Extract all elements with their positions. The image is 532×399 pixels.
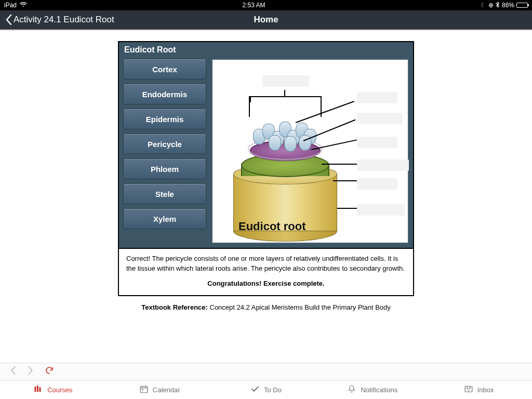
calendar-icon (139, 384, 149, 395)
nav-forward-icon[interactable] (27, 366, 34, 378)
tab-inbox-label: Inbox (477, 386, 494, 394)
term-endodermis[interactable]: Endodermis (123, 84, 206, 104)
tab-bar: Courses Calendar To Do Notifications Inb… (0, 380, 532, 399)
feedback-text: Correct! The pericycle consists of one o… (126, 254, 406, 274)
tab-courses[interactable]: Courses (0, 381, 107, 399)
diagram-area[interactable]: Eudicot root (211, 59, 409, 244)
xylem-cluster (253, 119, 317, 151)
drop-target-6[interactable] (357, 204, 405, 216)
term-xylem[interactable]: Xylem (123, 208, 206, 229)
webview-toolbar (0, 363, 532, 380)
tab-notifications[interactable]: Notifications (319, 381, 425, 399)
activity-panel: Eudicot Root Cortex Endodermis Epidermis… (118, 41, 414, 249)
term-list: Cortex Endodermis Epidermis Pericycle Ph… (123, 59, 206, 244)
term-phloem[interactable]: Phloem (123, 158, 206, 179)
tab-calendar-label: Calendar (153, 386, 180, 394)
tab-notifications-label: Notifications (361, 386, 397, 394)
main-content: Eudicot Root Cortex Endodermis Epidermis… (0, 31, 532, 311)
courses-icon (34, 384, 43, 395)
diagram-caption: Eudicot root (238, 220, 306, 233)
term-cortex[interactable]: Cortex (123, 59, 206, 79)
drop-target-5[interactable] (357, 178, 397, 190)
bell-icon (347, 384, 356, 395)
battery-icon (516, 3, 528, 8)
app-nav-bar: Activity 24.1 Eudicot Root Home (0, 10, 532, 30)
bluetooth-icon (496, 2, 500, 9)
tab-todo-label: To Do (264, 386, 282, 394)
moon-icon: ☾ (481, 2, 486, 9)
ios-status-bar: iPad 2:53 AM ☾ ⊕ 86% (0, 0, 532, 10)
svg-rect-1 (37, 385, 38, 392)
drop-target-4[interactable] (357, 159, 409, 171)
drop-target-2[interactable] (357, 113, 403, 124)
term-epidermis[interactable]: Epidermis (123, 109, 206, 129)
wifi-icon (20, 2, 27, 9)
svg-rect-2 (39, 387, 41, 392)
feedback-box: Correct! The pericycle consists of one o… (118, 249, 414, 296)
drop-target-3[interactable] (357, 137, 397, 148)
tab-calendar[interactable]: Calendar (107, 381, 213, 399)
bracket-icon (249, 96, 322, 117)
tab-todo[interactable]: To Do (213, 381, 320, 399)
inbox-icon (464, 384, 473, 395)
tab-inbox[interactable]: Inbox (425, 381, 532, 399)
drop-target-stele[interactable] (262, 75, 309, 87)
svg-rect-3 (140, 387, 148, 393)
svg-rect-0 (35, 387, 36, 392)
battery-percent: 86% (502, 2, 514, 9)
nav-back-icon[interactable] (9, 366, 17, 378)
reference-label: Textbook Reference: (141, 303, 208, 311)
chevron-left-icon (5, 15, 12, 25)
tab-courses-label: Courses (47, 386, 72, 394)
term-stele[interactable]: Stele (123, 183, 206, 204)
activity-title: Eudicot Root (119, 42, 413, 59)
textbook-reference: Textbook Reference: Concept 24.2 Apical … (118, 303, 414, 311)
back-button[interactable]: Activity 24.1 Eudicot Root (5, 15, 114, 25)
device-label: iPad (4, 2, 17, 9)
term-pericycle[interactable]: Pericycle (123, 134, 206, 154)
back-label: Activity 24.1 Eudicot Root (14, 15, 114, 25)
refresh-icon[interactable] (45, 366, 54, 378)
svg-rect-7 (142, 389, 143, 390)
congrats-text: Congratulations! Exercise complete. (126, 279, 406, 289)
reference-text: Concept 24.2 Apical Meristems Build the … (208, 303, 391, 311)
orientation-lock-icon: ⊕ (488, 2, 494, 9)
check-icon (250, 384, 260, 395)
clock: 2:53 AM (27, 2, 481, 9)
drop-target-1[interactable] (357, 92, 397, 103)
